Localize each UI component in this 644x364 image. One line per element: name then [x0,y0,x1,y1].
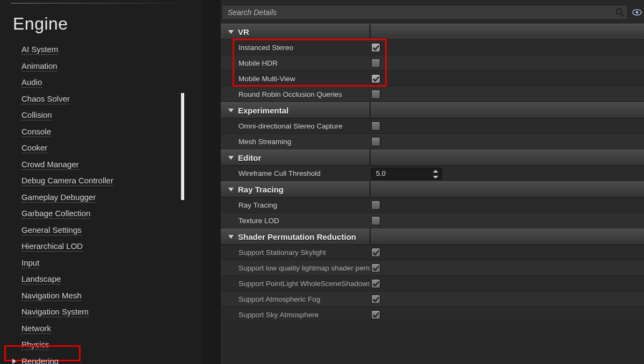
section-title: VR [238,27,249,37]
details-panel: VRInstanced StereoMobile HDRMobile Multi… [221,0,644,364]
section-body: Ray TracingTexture LOD [221,197,644,229]
sidebar-item-label: Crowd Manager [21,160,79,170]
property-label: Mesh Streaming [221,138,370,146]
checkbox[interactable] [371,59,380,68]
sidebar-scrollbar-thumb[interactable] [181,93,184,200]
checkbox[interactable] [371,295,380,304]
sidebar-item-cooker[interactable]: Cooker [21,140,202,156]
search-input[interactable] [222,5,628,20]
property-value [370,248,644,257]
checkbox[interactable] [371,74,380,83]
checkbox[interactable] [371,216,380,225]
number-input[interactable]: 5.0 [371,168,442,180]
svg-point-3 [636,11,639,14]
sidebar-item-animation[interactable]: Animation [21,58,202,75]
section-header-shader-permutation-reduction[interactable]: Shader Permutation Reduction [221,229,644,245]
checkbox[interactable] [371,90,380,99]
sidebar-item-landscape[interactable]: Landscape [21,271,202,288]
sidebar-item-network[interactable]: Network [21,320,202,337]
sidebar-item-label: Rendering [21,356,59,365]
sidebar-category-title: Engine [0,4,202,41]
sidebar-item-hierarchical-lod[interactable]: Hierarchical LOD [21,238,202,255]
sidebar-item-rendering[interactable]: Rendering [5,353,69,365]
sidebar-item-label: Animation [21,61,57,72]
property-row: Texture LOD [221,213,644,229]
section-header-experimental[interactable]: Experimental [221,102,644,118]
sidebar-item-label: Collision [21,110,52,120]
sidebar-item-label: Debug Camera Controller [21,176,113,186]
sidebar-item-navigation-system[interactable]: Navigation System [21,304,202,320]
property-label: Support Sky Atmosphere [221,311,370,319]
property-row: Support PointLight WholeSceneShadows [221,276,644,291]
sidebar-item-label: Landscape [21,274,61,284]
panel-gap [202,0,221,364]
checkbox[interactable] [371,122,380,131]
section-header-vr[interactable]: VR [221,24,644,40]
sidebar-item-garbage-collection[interactable]: Garbage Collection [21,205,202,222]
sidebar-item-physics[interactable]: Physics [21,337,202,353]
property-value [370,90,644,99]
sidebar-item-general-settings[interactable]: General Settings [21,222,202,239]
property-label: Support Atmospheric Fog [221,295,370,303]
sidebar-item-debug-camera-controller[interactable]: Debug Camera Controller [21,173,202,189]
checkbox[interactable] [371,310,380,319]
section-title: Experimental [238,106,288,115]
property-value [370,279,644,288]
sidebar-item-crowd-manager[interactable]: Crowd Manager [21,156,202,173]
chevron-down-icon [228,30,234,34]
sidebar-item-navigation-mesh[interactable]: Navigation Mesh [21,288,202,304]
property-value [370,310,644,319]
section-title: Shader Permutation Reduction [238,232,356,241]
property-label: Round Robin Occlusion Queries [221,90,370,98]
property-row: Round Robin Occlusion Queries [221,87,644,102]
checkbox[interactable] [371,43,380,52]
sidebar-item-label: Chaos Solver [21,94,70,104]
checkbox[interactable] [371,263,380,273]
property-label: Ray Tracing [221,201,370,209]
sidebar-item-gameplay-debugger[interactable]: Gameplay Debugger [21,189,202,206]
property-value [370,122,644,131]
sidebar-item-label: Hierarchical LOD [21,241,83,252]
section-body: Wireframe Cull Threshold5.0 [221,166,644,181]
checkbox[interactable] [371,137,380,146]
sidebar-item-label: Input [21,258,39,268]
property-value [370,216,644,225]
sidebar-item-audio[interactable]: Audio [21,74,202,91]
sidebar-item-label: Audio [21,77,42,88]
checkbox[interactable] [371,248,380,257]
property-label: Support Stationary Skylight [221,248,370,256]
chevron-down-icon [228,235,234,239]
sections-scroll: VRInstanced StereoMobile HDRMobile Multi… [221,24,644,364]
section-header-editor[interactable]: Editor [221,149,644,166]
property-row: Support Sky Atmosphere [221,307,644,323]
sidebar-item-ai-system[interactable]: AI System [21,41,202,58]
section-body: Omni-directional Stereo CaptureMesh Stre… [221,118,644,149]
sidebar: Engine AI SystemAnimationAudioChaos Solv… [0,0,202,364]
property-row: Omni-directional Stereo Capture [221,118,644,134]
sidebar-item-label: Network [21,324,51,334]
property-value [370,43,644,52]
checkbox[interactable] [371,279,380,288]
sidebar-item-console[interactable]: Console [21,124,202,140]
property-row: Ray Tracing [221,197,644,213]
property-row: Mesh Streaming [221,134,644,149]
chevron-down-icon [228,109,234,112]
section-body: Support Stationary SkylightSupport low q… [221,245,644,323]
property-row: Instanced Stereo [221,40,644,55]
search-bar [221,4,644,20]
property-label: Instanced Stereo [221,44,370,52]
sidebar-list: AI SystemAnimationAudioChaos SolverColli… [0,41,202,361]
spinner-arrows-icon[interactable] [432,169,439,179]
section-title: Editor [238,153,261,162]
sidebar-item-chaos-solver[interactable]: Chaos Solver [21,91,202,108]
view-options-icon[interactable] [631,6,643,18]
property-row: Wireframe Cull Threshold5.0 [221,166,644,181]
property-row: Support low quality lightmap shader perm… [221,260,644,276]
checkbox[interactable] [371,201,380,210]
section-header-ray-tracing[interactable]: Ray Tracing [221,181,644,197]
sidebar-item-collision[interactable]: Collision [21,107,202,124]
sidebar-divider [11,3,178,4]
sidebar-item-input[interactable]: Input [21,255,202,272]
sidebar-item-label: Gameplay Debugger [21,192,96,203]
sidebar-item-label: Physics [21,340,49,350]
